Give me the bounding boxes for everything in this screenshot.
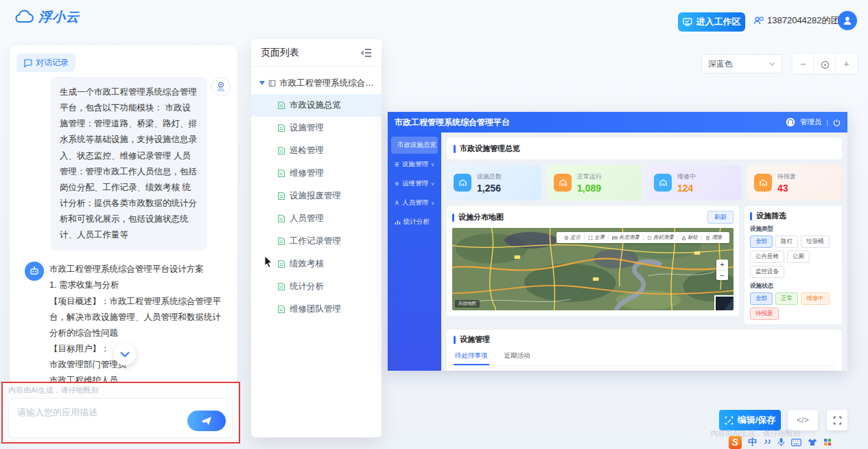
tree-root-app[interactable]: 市政工程管理系统综合管理... bbox=[251, 72, 382, 94]
page-item-label: 市政设施总览 bbox=[290, 100, 341, 111]
map-canvas[interactable]: 定位 全屏 长度测量 面积测量 标绘 清除 + − 高德地图 bbox=[452, 228, 734, 310]
map-tool-distance[interactable]: 长度测量 bbox=[608, 234, 643, 241]
skin-shirt-icon[interactable] bbox=[808, 438, 817, 446]
girl-avatar-icon bbox=[215, 80, 227, 93]
zoom-reset-icon bbox=[821, 60, 830, 69]
zoom-in-button[interactable]: + bbox=[835, 54, 857, 73]
map-overview-inset[interactable] bbox=[714, 295, 734, 310]
tab-recent[interactable]: 近期活动 bbox=[503, 349, 532, 365]
map-attribution: 高德地图 bbox=[455, 300, 480, 308]
edit-save-button[interactable]: 编辑/保存 bbox=[719, 410, 781, 430]
tree-root-label: 市政工程管理系统综合管理... bbox=[279, 78, 375, 89]
view-code-button[interactable]: </> bbox=[788, 410, 818, 430]
map-tool-plot[interactable]: 标绘 bbox=[677, 234, 701, 241]
page-item-personnel[interactable]: 人员管理 bbox=[251, 207, 382, 230]
page-item-label: 设施管理 bbox=[290, 122, 324, 134]
page-icon bbox=[277, 192, 285, 200]
page-item-statistics[interactable]: 统计分析 bbox=[251, 275, 382, 298]
send-button[interactable] bbox=[187, 411, 226, 431]
map-tool-clear[interactable]: 清除 bbox=[701, 234, 725, 241]
ime-punctuation-icon[interactable] bbox=[763, 438, 771, 446]
filter-chip[interactable]: 正常 bbox=[775, 292, 798, 305]
conversation-title-tag: 对话记录 bbox=[16, 54, 75, 72]
page-item-overview[interactable]: 市政设施总览 bbox=[251, 94, 382, 117]
dash-nav-facility[interactable]: 设施管理 ∨ bbox=[391, 156, 438, 173]
stat-label: 待报废 bbox=[777, 172, 796, 181]
filter-chip[interactable]: 维修中 bbox=[801, 292, 830, 305]
page-item-performance[interactable]: 绩效考核 bbox=[251, 253, 382, 275]
sogou-logo-icon[interactable]: S bbox=[729, 436, 742, 449]
page-item-scrap[interactable]: 设施报废管理 bbox=[251, 185, 382, 207]
dash-nav-personnel[interactable]: 人员管理 ∨ bbox=[391, 194, 438, 211]
map-zoom-in[interactable]: + bbox=[716, 260, 728, 270]
fullscreen-button[interactable] bbox=[827, 410, 847, 430]
keyboard-icon[interactable] bbox=[791, 439, 801, 446]
dash-nav-ops[interactable]: 运维管理 ∨ bbox=[391, 175, 438, 192]
filter-chip[interactable]: 监控设备 bbox=[750, 266, 784, 278]
map-tool-fullscreen[interactable]: 全屏 bbox=[584, 234, 608, 241]
chevron-down-icon bbox=[120, 352, 130, 358]
ime-language-toggle[interactable]: 中 bbox=[748, 436, 757, 448]
filter-chip[interactable]: 全部 bbox=[750, 235, 773, 248]
user-message-avatar bbox=[211, 77, 231, 96]
chevron-down-icon: ∨ bbox=[431, 162, 434, 168]
zoom-reset-button[interactable] bbox=[814, 54, 836, 73]
col-header: 设施类型 bbox=[490, 367, 526, 371]
page-tree: 市政工程管理系统综合管理... 市政设施总览 设施管理 巡检管理 维修管理 设施… bbox=[251, 67, 382, 326]
filter-chip[interactable]: 全部 bbox=[750, 292, 773, 305]
page-item-inspection[interactable]: 巡检管理 bbox=[251, 139, 382, 162]
page-item-worklog[interactable]: 工作记录管理 bbox=[251, 230, 382, 253]
zoom-out-button[interactable]: − bbox=[793, 54, 814, 73]
team-icon bbox=[753, 16, 764, 25]
chart-icon bbox=[395, 219, 401, 225]
stat-label: 维修中 bbox=[677, 172, 696, 181]
edit-save-label: 编辑/保存 bbox=[738, 414, 776, 426]
col-header: 工单编号 bbox=[454, 367, 490, 371]
trash-icon bbox=[705, 235, 710, 240]
map-tool-area[interactable]: 面积测量 bbox=[643, 234, 677, 241]
map-refresh-button[interactable]: 刷新 bbox=[707, 211, 734, 224]
user-avatar[interactable] bbox=[838, 11, 857, 30]
user-message-row: 生成一个市政工程管理系统综合管理平台，包含以下功能模块： 市政设施管理：管理道路… bbox=[51, 77, 231, 251]
divider: | bbox=[826, 118, 828, 126]
page-item-facility[interactable]: 设施管理 bbox=[251, 117, 382, 139]
toolbox-grid-icon[interactable] bbox=[823, 438, 832, 446]
chat-history-icon bbox=[23, 58, 32, 67]
filter-chip[interactable]: 垃圾桶 bbox=[801, 235, 830, 248]
dash-nav-overview[interactable]: 市政设施总览 bbox=[391, 137, 438, 154]
robot-icon bbox=[29, 266, 40, 277]
filter-chip[interactable]: 公共座椅 bbox=[750, 251, 784, 263]
ime-toolbar: S 中 bbox=[729, 435, 832, 449]
col-header: 问题描述 bbox=[579, 367, 671, 371]
accent-bar bbox=[750, 212, 752, 220]
stat-label: 设施总数 bbox=[477, 172, 502, 181]
microphone-icon[interactable] bbox=[777, 437, 785, 447]
filter-title: 设施筛选 bbox=[756, 211, 786, 221]
ai-disclaimer: 内容由AI生成，请仔细甄别 bbox=[3, 383, 239, 398]
expand-conversation-button[interactable] bbox=[114, 343, 136, 365]
filter-chip[interactable]: 路灯 bbox=[775, 235, 798, 248]
person-icon bbox=[842, 15, 853, 26]
dash-nav-label: 运维管理 bbox=[402, 179, 428, 188]
app-preview-canvas[interactable]: 市政工程管理系统综合管理平台 管理员 | 市政设施总览 设施管理 ∨ 运维管理 … bbox=[388, 112, 847, 371]
page-icon bbox=[277, 124, 285, 133]
page-item-label: 人员管理 bbox=[290, 213, 324, 224]
power-icon[interactable] bbox=[833, 119, 841, 126]
filter-chip[interactable]: 公厕 bbox=[787, 251, 810, 263]
facility-filter-card: 设施筛选 设施类型 全部 路灯 垃圾桶 公共座椅 公厕 监控设备 设施状态 全部… bbox=[744, 206, 842, 324]
enter-workspace-button[interactable]: 进入工作区 bbox=[678, 12, 745, 32]
dash-nav-statistics[interactable]: 统计分析 bbox=[391, 214, 438, 231]
map-tool-locate[interactable]: 定位 bbox=[561, 234, 584, 241]
theme-color-select[interactable]: 深蓝色 bbox=[701, 54, 782, 73]
page-item-team[interactable]: 维修团队管理 bbox=[251, 298, 382, 321]
stat-repairing: 维修中124 bbox=[647, 165, 742, 200]
stat-scrap: 待报废43 bbox=[747, 165, 842, 200]
dashboard-main: 市政设施管理总览 设施总数1,256 正常运行1,089 维修中124 待报废 bbox=[441, 133, 847, 371]
collapse-panel-icon[interactable] bbox=[361, 48, 372, 58]
prompt-input-card bbox=[8, 398, 233, 438]
map-zoom-out[interactable]: − bbox=[716, 270, 728, 280]
filter-chip[interactable]: 待报废 bbox=[750, 308, 779, 320]
tab-pending[interactable]: 待处理事项 bbox=[454, 349, 489, 365]
page-item-label: 维修管理 bbox=[290, 168, 324, 179]
page-item-repair[interactable]: 维修管理 bbox=[251, 162, 382, 185]
